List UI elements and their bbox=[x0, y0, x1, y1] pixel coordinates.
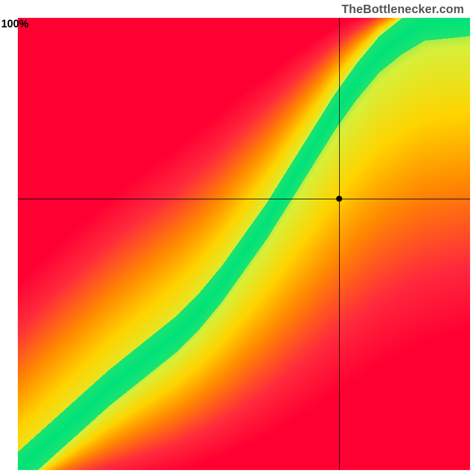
chart-container: TheBottlenecker.com 100% bbox=[0, 0, 476, 476]
selection-marker[interactable] bbox=[336, 196, 342, 202]
watermark-text: TheBottlenecker.com bbox=[342, 2, 464, 16]
heatmap-canvas bbox=[18, 18, 470, 470]
crosshair-vertical bbox=[339, 18, 340, 470]
crosshair-horizontal bbox=[18, 199, 470, 199]
heatmap-plot bbox=[18, 18, 470, 470]
y-axis-max-label: 100% bbox=[1, 18, 29, 30]
